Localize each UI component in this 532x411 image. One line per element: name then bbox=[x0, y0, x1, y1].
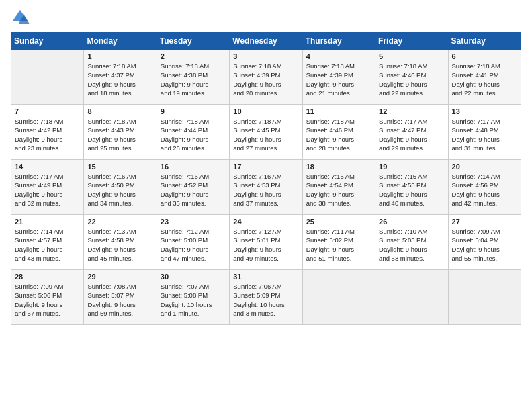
cell-content: Sunrise: 7:16 AMSunset: 4:53 PMDaylight:… bbox=[233, 172, 298, 208]
day-number: 23 bbox=[161, 218, 226, 226]
cell-content: Sunrise: 7:08 AMSunset: 5:07 PMDaylight:… bbox=[87, 282, 152, 318]
cell-content: Sunrise: 7:11 AMSunset: 5:02 PMDaylight:… bbox=[306, 227, 371, 263]
calendar-cell: 19Sunrise: 7:15 AMSunset: 4:55 PMDayligh… bbox=[375, 160, 448, 215]
cell-line: and 57 minutes. bbox=[15, 310, 60, 317]
day-number: 15 bbox=[87, 163, 152, 171]
cell-line: Sunrise: 7:10 AM bbox=[379, 228, 427, 235]
day-number: 6 bbox=[452, 52, 517, 60]
cell-line: Sunrise: 7:18 AM bbox=[233, 118, 281, 125]
header-cell-wednesday: Wednesday bbox=[230, 33, 302, 50]
cell-line: Daylight: 9 hours bbox=[306, 246, 354, 253]
cell-line: Daylight: 9 hours bbox=[15, 301, 62, 308]
day-number: 19 bbox=[379, 163, 444, 171]
day-number: 29 bbox=[87, 273, 152, 281]
cell-line: Daylight: 9 hours bbox=[161, 136, 208, 143]
cell-line: Sunset: 4:47 PM bbox=[379, 126, 426, 134]
calendar-cell: 24Sunrise: 7:12 AMSunset: 5:01 PMDayligh… bbox=[230, 215, 302, 270]
cell-line: Sunrise: 7:13 AM bbox=[87, 228, 136, 235]
cell-line: and 31 minutes. bbox=[452, 144, 498, 152]
cell-line: Sunset: 4:58 PM bbox=[87, 236, 134, 244]
calendar-cell: 25Sunrise: 7:11 AMSunset: 5:02 PMDayligh… bbox=[302, 215, 375, 270]
cell-content: Sunrise: 7:17 AMSunset: 4:47 PMDaylight:… bbox=[379, 117, 444, 152]
cell-line: Sunrise: 7:17 AM bbox=[379, 118, 427, 125]
day-number: 18 bbox=[306, 163, 371, 171]
cell-line: Sunset: 5:02 PM bbox=[306, 236, 353, 244]
day-number: 13 bbox=[452, 107, 517, 116]
cell-line: and 22 minutes. bbox=[452, 89, 498, 97]
header-cell-friday: Friday bbox=[375, 33, 448, 50]
cell-line: and 53 minutes. bbox=[379, 255, 425, 262]
cell-line: Sunset: 4:37 PM bbox=[87, 71, 134, 79]
cell-line: Daylight: 9 hours bbox=[161, 81, 208, 88]
cell-line: and 34 minutes. bbox=[87, 199, 133, 207]
calendar-cell: 27Sunrise: 7:09 AMSunset: 5:04 PMDayligh… bbox=[448, 215, 521, 270]
cell-line: Sunset: 5:01 PM bbox=[233, 236, 280, 244]
week-row-5: 28Sunrise: 7:09 AMSunset: 5:06 PMDayligh… bbox=[11, 270, 521, 325]
cell-line: and 28 minutes. bbox=[306, 144, 352, 152]
cell-line: and 21 minutes. bbox=[306, 89, 352, 97]
cell-line: Sunrise: 7:09 AM bbox=[15, 283, 63, 290]
cell-line: and 32 minutes. bbox=[15, 199, 60, 207]
cell-line: Sunrise: 7:18 AM bbox=[452, 62, 500, 70]
calendar-cell: 10Sunrise: 7:18 AMSunset: 4:45 PMDayligh… bbox=[230, 105, 302, 160]
cell-line: Daylight: 9 hours bbox=[306, 136, 354, 143]
calendar-cell: 6Sunrise: 7:18 AMSunset: 4:41 PMDaylight… bbox=[448, 50, 521, 105]
cell-line: Sunrise: 7:16 AM bbox=[87, 173, 136, 180]
cell-line: Daylight: 9 hours bbox=[87, 301, 135, 308]
cell-content: Sunrise: 7:18 AMSunset: 4:40 PMDaylight:… bbox=[379, 62, 444, 97]
week-row-1: 1Sunrise: 7:18 AMSunset: 4:37 PMDaylight… bbox=[11, 50, 521, 105]
cell-line: Sunset: 4:38 PM bbox=[161, 71, 208, 79]
cell-line: Daylight: 9 hours bbox=[233, 136, 281, 143]
day-number: 14 bbox=[15, 163, 80, 171]
calendar-cell bbox=[11, 50, 84, 105]
cell-line: and 43 minutes. bbox=[15, 255, 60, 262]
cell-line: and 23 minutes. bbox=[15, 144, 60, 152]
cell-content: Sunrise: 7:14 AMSunset: 4:56 PMDaylight:… bbox=[452, 172, 517, 208]
header-cell-sunday: Sunday bbox=[11, 33, 84, 50]
day-number: 22 bbox=[87, 218, 152, 226]
calendar-cell: 1Sunrise: 7:18 AMSunset: 4:37 PMDaylight… bbox=[84, 50, 157, 105]
header-cell-monday: Monday bbox=[84, 33, 157, 50]
cell-line: Sunset: 5:00 PM bbox=[161, 236, 208, 244]
cell-content: Sunrise: 7:12 AMSunset: 5:00 PMDaylight:… bbox=[161, 227, 226, 263]
logo-icon bbox=[11, 8, 30, 27]
cell-line: Sunrise: 7:18 AM bbox=[379, 62, 427, 70]
calendar-cell: 21Sunrise: 7:14 AMSunset: 4:57 PMDayligh… bbox=[11, 215, 84, 270]
cell-line: Sunset: 5:03 PM bbox=[379, 236, 426, 244]
cell-line: Daylight: 9 hours bbox=[15, 246, 62, 253]
day-number: 25 bbox=[306, 218, 371, 226]
calendar-cell: 23Sunrise: 7:12 AMSunset: 5:00 PMDayligh… bbox=[157, 215, 229, 270]
cell-line: and 29 minutes. bbox=[379, 144, 425, 152]
cell-line: Daylight: 9 hours bbox=[233, 191, 281, 198]
cell-content: Sunrise: 7:18 AMSunset: 4:38 PMDaylight:… bbox=[161, 62, 226, 97]
cell-line: Sunset: 5:07 PM bbox=[87, 291, 134, 299]
day-number: 11 bbox=[306, 107, 371, 116]
header-cell-saturday: Saturday bbox=[448, 33, 521, 50]
cell-line: Sunrise: 7:17 AM bbox=[452, 118, 500, 125]
cell-line: Sunrise: 7:18 AM bbox=[87, 118, 136, 125]
calendar-cell: 30Sunrise: 7:07 AMSunset: 5:08 PMDayligh… bbox=[157, 270, 229, 325]
day-number: 10 bbox=[233, 107, 298, 116]
cell-line: and 47 minutes. bbox=[161, 255, 206, 262]
cell-content: Sunrise: 7:13 AMSunset: 4:58 PMDaylight:… bbox=[87, 227, 152, 263]
day-number: 7 bbox=[15, 107, 80, 116]
cell-line: Sunrise: 7:06 AM bbox=[233, 283, 281, 290]
cell-line: Daylight: 9 hours bbox=[379, 81, 427, 88]
day-number: 1 bbox=[87, 52, 152, 60]
cell-line: Sunrise: 7:16 AM bbox=[233, 173, 281, 180]
day-number: 20 bbox=[452, 163, 517, 171]
cell-line: Sunset: 4:54 PM bbox=[306, 181, 353, 189]
cell-line: Sunrise: 7:18 AM bbox=[306, 118, 355, 125]
cell-line: Sunrise: 7:08 AM bbox=[87, 283, 136, 290]
cell-line: Daylight: 9 hours bbox=[161, 191, 208, 198]
calendar-cell: 3Sunrise: 7:18 AMSunset: 4:39 PMDaylight… bbox=[230, 50, 302, 105]
cell-line: and 59 minutes. bbox=[87, 310, 133, 317]
cell-line: Sunrise: 7:15 AM bbox=[306, 173, 355, 180]
calendar-cell: 26Sunrise: 7:10 AMSunset: 5:03 PMDayligh… bbox=[375, 215, 448, 270]
cell-content: Sunrise: 7:18 AMSunset: 4:45 PMDaylight:… bbox=[233, 117, 298, 152]
cell-line: Daylight: 9 hours bbox=[306, 191, 354, 198]
calendar-cell: 15Sunrise: 7:16 AMSunset: 4:50 PMDayligh… bbox=[84, 160, 157, 215]
cell-content: Sunrise: 7:16 AMSunset: 4:52 PMDaylight:… bbox=[161, 172, 226, 208]
calendar-cell: 18Sunrise: 7:15 AMSunset: 4:54 PMDayligh… bbox=[302, 160, 375, 215]
cell-line: Sunset: 4:39 PM bbox=[233, 71, 280, 79]
